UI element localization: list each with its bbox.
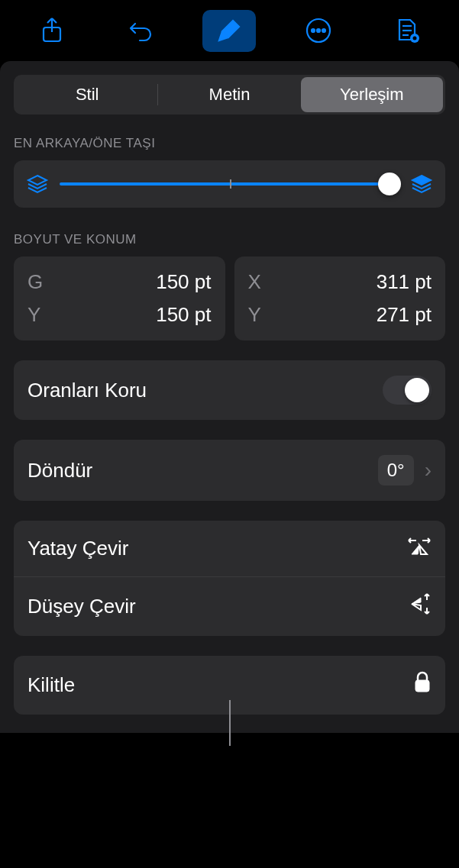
constrain-label: Oranları Koru: [27, 379, 147, 402]
format-panel: Stil Metin Yerleşim EN ARKAYA/ÖNE TAŞI B…: [0, 61, 459, 733]
share-icon: [40, 17, 63, 44]
flip-v-label: Düşey Çevir: [27, 595, 136, 618]
document-button[interactable]: [380, 10, 434, 52]
constrain-toggle[interactable]: [383, 376, 432, 405]
svg-point-4: [322, 29, 325, 32]
svg-point-9: [412, 37, 416, 40]
undo-icon: [128, 19, 154, 42]
x-label: X: [248, 270, 261, 294]
y-label: Y: [248, 303, 261, 327]
flip-vertical-row[interactable]: Düşey Çevir: [14, 576, 445, 636]
undo-button[interactable]: [114, 10, 167, 52]
rotate-value: 0°: [378, 455, 414, 486]
flip-vertical-icon: [409, 592, 432, 621]
size-position-group: G 150 pt Y 150 pt X 311 pt Y 271 pt: [14, 257, 445, 340]
more-icon: [305, 18, 331, 44]
rotate-card: Döndür 0° ›: [14, 440, 445, 501]
tab-text[interactable]: Metin: [158, 77, 300, 112]
format-button[interactable]: [202, 10, 256, 52]
constrain-card: Oranları Koru: [14, 360, 445, 420]
chevron-right-icon: ›: [425, 458, 432, 482]
document-icon: [395, 17, 419, 44]
x-value: 311 pt: [377, 270, 432, 294]
flip-horizontal-icon: [407, 536, 432, 561]
flip-card: Yatay Çevir Düşey Çevir: [14, 521, 445, 636]
size-card[interactable]: G 150 pt Y 150 pt: [14, 257, 225, 340]
slider-thumb[interactable]: [378, 173, 401, 195]
y-value: 271 pt: [377, 303, 432, 327]
slider-tick: [230, 179, 231, 189]
send-to-back-icon[interactable]: [26, 174, 49, 194]
svg-point-3: [317, 29, 320, 32]
lock-label: Kilitle: [27, 673, 75, 697]
width-label: G: [27, 270, 43, 294]
rotate-row[interactable]: Döndür 0° ›: [14, 440, 445, 501]
position-card[interactable]: X 311 pt Y 271 pt: [234, 257, 446, 340]
share-button[interactable]: [25, 10, 79, 52]
top-toolbar: [0, 0, 459, 61]
toggle-knob: [405, 378, 429, 402]
width-value: 150 pt: [156, 270, 211, 294]
arrange-slider-card: [14, 160, 445, 208]
home-indicator: [229, 700, 231, 746]
arrange-slider[interactable]: [60, 182, 399, 186]
constrain-proportions-row[interactable]: Oranları Koru: [14, 360, 445, 420]
flip-h-label: Yatay Çevir: [27, 537, 128, 560]
more-button[interactable]: [292, 10, 345, 52]
format-tabs: Stil Metin Yerleşim: [14, 75, 445, 115]
height-label: Y: [27, 303, 40, 327]
format-brush-icon: [216, 18, 242, 44]
tab-layout[interactable]: Yerleşim: [301, 77, 443, 112]
size-section-header: BOYUT VE KONUM: [14, 232, 445, 247]
height-value: 150 pt: [156, 303, 211, 327]
svg-rect-10: [415, 680, 429, 692]
bring-to-front-icon[interactable]: [410, 174, 433, 194]
rotate-label: Döndür: [27, 459, 92, 482]
flip-horizontal-row[interactable]: Yatay Çevir: [14, 521, 445, 576]
move-section-header: EN ARKAYA/ÖNE TAŞI: [14, 136, 445, 151]
lock-icon: [413, 671, 432, 699]
tab-style[interactable]: Stil: [16, 77, 158, 112]
svg-point-2: [312, 29, 315, 32]
